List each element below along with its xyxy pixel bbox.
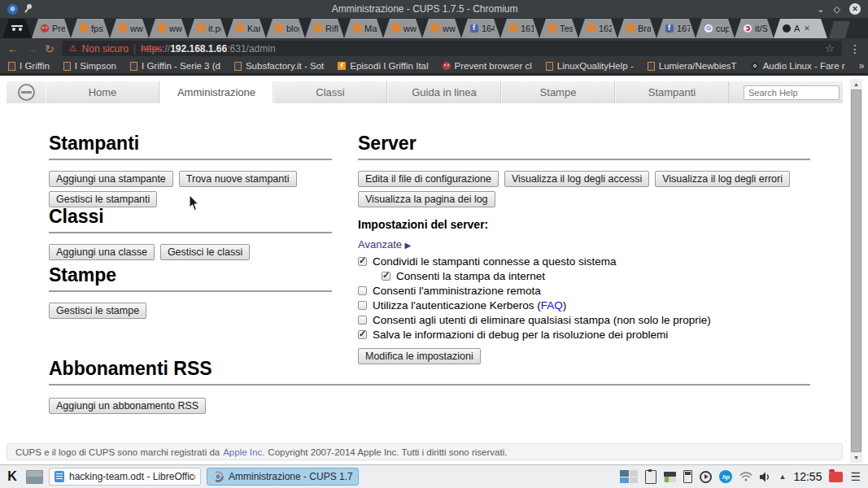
- taskbar-window-chromium[interactable]: Amministrazione - CUPS 1.7.5 - Chr: [207, 468, 359, 486]
- checkbox-label: Consenti la stampa da internet: [396, 270, 545, 282]
- clipboard-icon[interactable]: [645, 470, 656, 484]
- cancel-any-job-checkbox[interactable]: [358, 316, 367, 325]
- tab-title: www: [403, 24, 417, 33]
- url-text[interactable]: https://192.168.1.66:631/admin: [141, 43, 275, 54]
- tray-expander-icon[interactable]: ▲: [779, 473, 786, 481]
- kerberos-checkbox[interactable]: [358, 301, 367, 310]
- bookmark[interactable]: LinuxQualityHelp -: [546, 61, 634, 71]
- back-icon[interactable]: ←: [7, 43, 19, 54]
- browser-tab[interactable]: it.po: [188, 19, 227, 38]
- add-class-button[interactable]: Aggiungi una classe: [49, 244, 155, 260]
- browser-tab[interactable]: www: [110, 19, 149, 38]
- view-error-log-button[interactable]: Visualizza il log degli errori: [655, 171, 790, 187]
- nav-tab-stampe[interactable]: Stampe: [501, 81, 615, 103]
- checkbox-row-kerberos: Utilizza l'autenticazione Kerberos (FAQ): [358, 299, 810, 312]
- browser-menu-icon[interactable]: ⋮: [849, 42, 861, 55]
- browser-tab[interactable]: Rifle: [305, 19, 344, 38]
- virtual-desktop-pager[interactable]: [620, 470, 638, 483]
- bookmarks-overflow-icon[interactable]: »: [859, 60, 865, 72]
- printer-icon[interactable]: [664, 472, 676, 482]
- forward-icon[interactable]: →: [26, 43, 37, 54]
- folder-icon: [353, 24, 361, 33]
- wifi-icon[interactable]: [739, 472, 752, 481]
- close-icon[interactable]: ✕: [849, 3, 861, 15]
- debug-logging-checkbox[interactable]: [358, 330, 367, 339]
- add-printer-button[interactable]: Aggiungi una stampante: [49, 171, 173, 187]
- advanced-link[interactable]: Avanzate ▶: [358, 238, 810, 251]
- browser-tab[interactable]: it/S: [735, 19, 774, 38]
- search-help-input[interactable]: [744, 85, 840, 100]
- edit-config-button[interactable]: Edita il file di configurazione: [358, 171, 499, 187]
- reload-icon[interactable]: ↻: [45, 43, 55, 54]
- folder-red-icon[interactable]: [829, 472, 843, 482]
- tab-incognito[interactable]: [2, 19, 32, 38]
- bookmark[interactable]: Episodi I Griffin Ital: [338, 61, 428, 71]
- minimize-icon[interactable]: ⌄: [817, 5, 824, 14]
- add-rss-subscription-button[interactable]: Aggiungi un abbonamento RSS: [49, 398, 206, 414]
- browser-tab[interactable]: Bra: [617, 19, 656, 38]
- hp-device-icon[interactable]: hp: [719, 470, 732, 483]
- find-printers-button[interactable]: Trova nuove stampanti: [179, 171, 297, 187]
- usb-device-icon[interactable]: [683, 470, 692, 483]
- browser-tab[interactable]: 164: [461, 19, 500, 38]
- show-desktop-icon[interactable]: [26, 470, 43, 484]
- bookmark[interactable]: I Griffin: [8, 61, 50, 71]
- bookmark[interactable]: I Simpson: [63, 61, 116, 71]
- manage-classes-button[interactable]: Gestisci le classi: [160, 244, 250, 260]
- bookmark[interactable]: Lumiera/NewbiesT: [648, 61, 737, 71]
- apple-link[interactable]: Apple Inc.: [223, 447, 264, 457]
- cups-nav-bar: Home Amministrazione Classi Guida in lin…: [7, 81, 843, 103]
- browser-tab[interactable]: blog: [266, 19, 305, 38]
- security-status[interactable]: Non sicuro: [82, 43, 129, 54]
- browser-tab[interactable]: 161: [500, 19, 539, 38]
- taskbar-window-libreoffice[interactable]: hacking-team.odt - LibreOffice Writ: [49, 468, 201, 486]
- volume-icon[interactable]: [760, 472, 771, 482]
- internet-printing-checkbox[interactable]: [382, 272, 390, 281]
- kde-launcher-icon[interactable]: K: [4, 468, 20, 485]
- bookmark[interactable]: Subsfactory.it - Sot: [234, 61, 324, 71]
- browser-tab[interactable]: cup: [696, 19, 735, 38]
- section-title: Server: [358, 133, 810, 155]
- view-access-log-button[interactable]: Visualizza il log degli accessi: [504, 171, 649, 187]
- browser-tab[interactable]: www: [422, 19, 461, 38]
- browser-tab[interactable]: Mas: [344, 19, 383, 38]
- faq-link[interactable]: FAQ: [541, 299, 563, 312]
- scroll-down-icon[interactable]: ▼: [850, 452, 862, 463]
- bookmark[interactable]: Prevent browser cl: [443, 61, 532, 71]
- cups-logo[interactable]: [7, 81, 46, 103]
- scrollbar-thumb[interactable]: [851, 89, 861, 452]
- media-player-icon[interactable]: [700, 471, 712, 483]
- address-bar[interactable]: ⚠ Non sicuro | https://192.168.1.66:631/…: [62, 41, 842, 56]
- active-tab-cups-admin[interactable]: A ✕: [774, 19, 827, 38]
- browser-tab[interactable]: www: [149, 19, 188, 38]
- browser-tab[interactable]: Tes: [539, 19, 578, 38]
- manage-jobs-button[interactable]: Gestisci le stampe: [49, 303, 146, 319]
- bookmark[interactable]: Audio Linux - Fare r: [751, 61, 845, 71]
- browser-tab[interactable]: 167: [656, 19, 696, 38]
- new-tab-button[interactable]: [829, 21, 850, 38]
- pushpin-icon[interactable]: [24, 4, 33, 14]
- panel-menu-icon[interactable]: ☰: [850, 471, 861, 482]
- bookmark-star-icon[interactable]: ☆: [825, 42, 835, 54]
- remote-admin-checkbox[interactable]: [358, 286, 367, 295]
- tab-close-icon[interactable]: ✕: [804, 24, 810, 33]
- view-page-log-button[interactable]: Visualizza la pagina dei log: [358, 191, 495, 207]
- share-printers-checkbox[interactable]: [358, 257, 367, 266]
- window-titlebar: Amministrazione - CUPS 1.7.5 - Chromium …: [0, 0, 868, 18]
- nav-tab-home[interactable]: Home: [46, 81, 159, 103]
- nav-tab-amministrazione[interactable]: Amministrazione: [159, 81, 273, 103]
- browser-tab[interactable]: fps1: [71, 19, 110, 38]
- browser-tab[interactable]: 162: [578, 19, 617, 38]
- page-scrollbar[interactable]: ▲ ▼: [850, 79, 862, 463]
- manage-printers-button[interactable]: Gestisci le stampanti: [49, 191, 157, 207]
- maximize-icon[interactable]: ◇: [834, 5, 840, 14]
- tab-title: Tes: [560, 24, 573, 33]
- browser-tab[interactable]: www: [383, 19, 422, 38]
- nav-tab-classi[interactable]: Classi: [273, 81, 387, 103]
- scroll-up-icon[interactable]: ▲: [850, 79, 862, 89]
- browser-tab[interactable]: Kar: [227, 19, 266, 38]
- browser-tab[interactable]: Prev: [32, 19, 71, 38]
- nav-tab-guida-in-linea[interactable]: Guida in linea: [387, 81, 501, 103]
- nav-tab-stampanti[interactable]: Stampanti: [615, 81, 729, 103]
- bookmark[interactable]: I Griffin - Serie 3 (d: [130, 61, 220, 71]
